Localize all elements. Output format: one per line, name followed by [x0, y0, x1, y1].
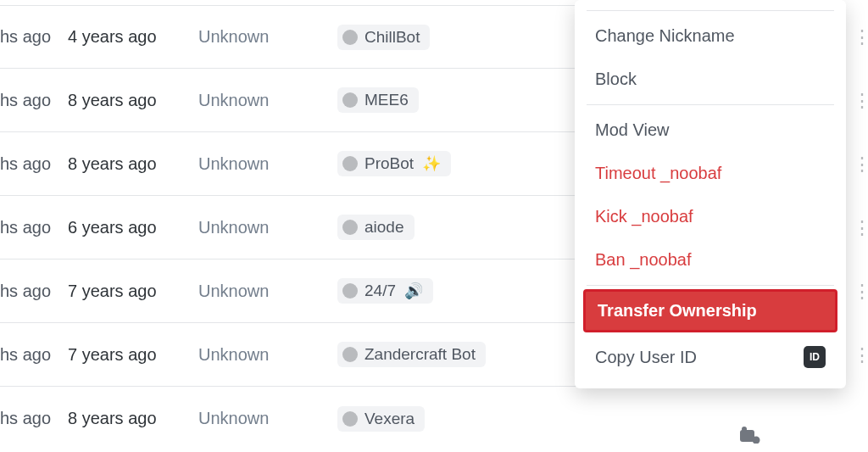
- user-chip[interactable]: ChillBot: [337, 25, 430, 50]
- member-since-cell: hs ago: [0, 91, 68, 110]
- table-row[interactable]: hs ago 7 years ago Unknown Zandercraft B…: [0, 323, 593, 387]
- more-options-icon[interactable]: ⋮: [853, 323, 868, 387]
- user-cell: 24/7 🔊: [337, 278, 593, 304]
- signal-cell: Unknown: [198, 218, 337, 237]
- member-since-cell: hs ago: [0, 27, 68, 47]
- more-options-icon[interactable]: ⋮: [853, 259, 868, 323]
- user-context-menu: Change Nickname Block Mod View Timeout _…: [575, 0, 846, 388]
- user-chip[interactable]: Zandercraft Bot: [337, 342, 486, 367]
- sparkles-icon: ✨: [422, 154, 441, 173]
- user-cell: ProBot ✨: [337, 151, 593, 176]
- member-since-cell: hs ago: [0, 345, 68, 365]
- timeout-item[interactable]: Timeout _noobaf: [583, 152, 837, 195]
- status-dot-icon: [342, 283, 358, 299]
- joined-cell: 8 years ago: [68, 409, 198, 428]
- member-since-cell: hs ago: [0, 409, 68, 428]
- status-dot-icon: [342, 30, 358, 45]
- status-dot-icon: [342, 347, 358, 362]
- signal-cell: Unknown: [198, 27, 337, 47]
- user-cell: Zandercraft Bot: [337, 342, 593, 367]
- transfer-ownership-item[interactable]: Transfer Ownership: [583, 289, 837, 332]
- user-chip[interactable]: ProBot ✨: [337, 151, 451, 176]
- joined-cell: 7 years ago: [68, 345, 198, 365]
- joined-cell: 6 years ago: [68, 218, 198, 237]
- joined-cell: 7 years ago: [68, 282, 198, 301]
- joined-cell: 8 years ago: [68, 91, 198, 110]
- id-badge-icon: ID: [804, 346, 826, 368]
- user-chip[interactable]: Vexera: [337, 406, 425, 432]
- svg-rect-0: [740, 430, 754, 442]
- signal-cell: Unknown: [198, 282, 337, 301]
- status-dot-icon: [342, 156, 358, 171]
- more-options-icon[interactable]: ⋮: [853, 69, 868, 132]
- kick-item[interactable]: Kick _noobaf: [583, 195, 837, 238]
- joined-cell: 8 years ago: [68, 154, 198, 174]
- signal-cell: Unknown: [198, 154, 337, 174]
- user-chip[interactable]: 24/7 🔊: [337, 278, 433, 304]
- table-row[interactable]: hs ago 4 years ago Unknown ChillBot: [0, 5, 593, 69]
- user-cell: aiode: [337, 215, 593, 240]
- menu-divider: [587, 104, 834, 105]
- table-row[interactable]: hs ago 8 years ago Unknown MEE6: [0, 69, 593, 132]
- block-item[interactable]: Block: [583, 58, 837, 101]
- table-row[interactable]: hs ago 8 years ago Unknown ProBot ✨: [0, 132, 593, 196]
- speaker-icon: 🔊: [404, 282, 423, 300]
- status-dot-icon: [342, 220, 358, 235]
- user-name-label: Zandercraft Bot: [364, 345, 476, 364]
- more-options-icon[interactable]: ⋮: [853, 5, 868, 69]
- menu-divider: [587, 285, 834, 286]
- member-since-cell: hs ago: [0, 218, 68, 237]
- copy-user-id-label: Copy User ID: [595, 348, 697, 367]
- signal-cell: Unknown: [198, 345, 337, 365]
- user-name-label: 24/7: [364, 282, 396, 300]
- status-dot-icon: [342, 411, 358, 427]
- table-row[interactable]: hs ago 8 years ago Unknown Vexera: [0, 387, 593, 450]
- camera-icon: [739, 427, 761, 449]
- user-name-label: ChillBot: [364, 28, 420, 47]
- mod-view-item[interactable]: Mod View: [583, 109, 837, 152]
- user-chip[interactable]: aiode: [337, 215, 415, 240]
- user-cell: Vexera: [337, 406, 593, 432]
- user-cell: MEE6: [337, 87, 593, 113]
- signal-cell: Unknown: [198, 91, 337, 110]
- svg-point-2: [742, 427, 747, 432]
- user-name-label: aiode: [364, 218, 404, 237]
- joined-cell: 4 years ago: [68, 27, 198, 47]
- change-nickname-item[interactable]: Change Nickname: [583, 14, 837, 58]
- signal-cell: Unknown: [198, 409, 337, 428]
- more-options-column: ⋮ ⋮ ⋮ ⋮ ⋮ ⋮: [853, 5, 868, 387]
- table-row[interactable]: hs ago 6 years ago Unknown aiode: [0, 196, 593, 259]
- member-since-cell: hs ago: [0, 154, 68, 174]
- user-cell: ChillBot: [337, 25, 593, 50]
- member-since-cell: hs ago: [0, 282, 68, 301]
- menu-divider: [587, 10, 834, 11]
- more-options-icon[interactable]: ⋮: [853, 132, 868, 196]
- user-name-label: MEE6: [364, 91, 409, 109]
- member-table: hs ago 4 years ago Unknown ChillBot hs a…: [0, 0, 593, 450]
- user-name-label: Vexera: [364, 410, 415, 428]
- user-chip[interactable]: MEE6: [337, 87, 419, 113]
- user-name-label: ProBot: [364, 154, 414, 173]
- more-options-icon[interactable]: ⋮: [853, 196, 868, 259]
- copy-user-id-item[interactable]: Copy User ID ID: [583, 334, 837, 380]
- table-row[interactable]: hs ago 7 years ago Unknown 24/7 🔊: [0, 259, 593, 323]
- ban-item[interactable]: Ban _noobaf: [583, 238, 837, 282]
- status-dot-icon: [342, 92, 358, 108]
